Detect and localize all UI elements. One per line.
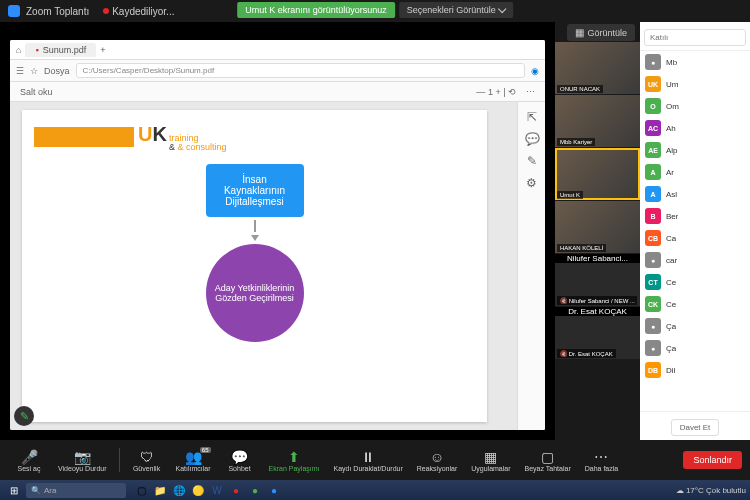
whiteboard-button[interactable]: ▢Beyaz Tahtalar xyxy=(519,447,577,474)
settings-icon[interactable]: ⚙ xyxy=(525,176,539,190)
apps-icon: ▦ xyxy=(484,449,497,465)
recording-indicator[interactable]: Kaydediliyor... xyxy=(103,6,174,17)
video-tile[interactable]: Nilufer Sabanci...🔇 Nilufer Sabanci / NE… xyxy=(555,254,640,306)
participant-item[interactable]: ACAh xyxy=(640,117,750,139)
participant-item[interactable]: ●car xyxy=(640,249,750,271)
taskbar-search[interactable]: 🔍 Ara xyxy=(26,483,126,498)
avatar: O xyxy=(645,98,661,114)
annotate-button[interactable]: ✎ xyxy=(14,406,34,426)
zoom-controls-toolbar: 🎤Sesi aç 📷Videoyu Durdur 🛡Güvenlik 65👥Ka… xyxy=(0,440,750,480)
people-icon: 👥 xyxy=(185,449,202,465)
avatar: A xyxy=(645,164,661,180)
pdf-titlebar: ⌂ ▪ Sunum.pdf + xyxy=(10,40,545,60)
chat-icon: 💬 xyxy=(231,449,248,465)
edge-icon[interactable]: 🌐 xyxy=(170,482,188,498)
whiteboard-icon: ▢ xyxy=(541,449,554,465)
edit-icon[interactable]: ✎ xyxy=(525,154,539,168)
more-icon[interactable]: ⋯ xyxy=(526,87,535,97)
more-button[interactable]: ⋯Daha fazla xyxy=(579,447,624,474)
zoom-taskbar-icon[interactable]: ● xyxy=(265,482,283,498)
window-title: Zoom Toplantı xyxy=(26,6,89,17)
video-tile[interactable]: Mbb Kariyer xyxy=(555,95,640,147)
taskbar-apps: ▢ 📁 🌐 🟡 W ● ● ● xyxy=(132,482,283,498)
star-icon[interactable]: ☆ xyxy=(30,66,38,76)
start-button[interactable]: ⊞ xyxy=(4,482,24,498)
grid-icon: ▦ xyxy=(575,27,584,38)
slide-page: UK training & & consulting İnsan Kaynakl… xyxy=(22,110,487,422)
participant-item[interactable]: ●Mb xyxy=(640,51,750,73)
participant-item[interactable]: AAsl xyxy=(640,183,750,205)
share-screen-button[interactable]: ⬆Ekran Paylaşımı xyxy=(263,447,326,474)
explorer-icon[interactable]: 📁 xyxy=(151,482,169,498)
video-tile[interactable]: Umut K xyxy=(555,148,640,200)
participant-item[interactable]: OOm xyxy=(640,95,750,117)
zoom-logo-icon xyxy=(8,5,20,17)
word-icon[interactable]: W xyxy=(208,482,226,498)
camera-icon: 📷 xyxy=(74,449,91,465)
avatar: UK xyxy=(645,76,661,92)
export-icon[interactable]: ⇱ xyxy=(525,110,539,124)
shield-icon: 🛡 xyxy=(140,449,154,465)
avatar: ● xyxy=(645,252,661,268)
participant-item[interactable]: AEAlp xyxy=(640,139,750,161)
participant-item[interactable]: UKUm xyxy=(640,73,750,95)
record-button[interactable]: ⏸Kaydı Duraklat/Durdur xyxy=(328,447,409,474)
participant-item[interactable]: CTCe xyxy=(640,271,750,293)
pdf-addressbar: ☰ ☆ Dosya C:/Users/Casper/Desktop/Sunum.… xyxy=(10,60,545,82)
pdf-file-icon: ▪ xyxy=(35,45,38,55)
slide-box-1: İnsan Kaynaklarının Dijitalleşmesi xyxy=(206,164,304,217)
participant-item[interactable]: CBCa xyxy=(640,227,750,249)
avatar: AC xyxy=(645,120,661,136)
screen-share-banner: Umut K ekranını görüntülüyorsunuz xyxy=(237,2,395,18)
audio-button[interactable]: 🎤Sesi aç xyxy=(8,447,50,474)
pdf-tab[interactable]: ▪ Sunum.pdf xyxy=(25,43,96,57)
slide-accent-bar xyxy=(34,127,134,147)
participants-button[interactable]: 65👥Katılımcılar xyxy=(170,447,217,474)
new-tab-button[interactable]: + xyxy=(100,45,105,55)
participant-item[interactable]: ●Ça xyxy=(640,315,750,337)
mic-muted-icon: 🎤 xyxy=(21,449,38,465)
participant-item[interactable]: CKCe xyxy=(640,293,750,315)
participant-search-input[interactable] xyxy=(644,29,746,46)
comment-icon[interactable]: 💬 xyxy=(525,132,539,146)
video-tile[interactable]: HAKAN KÖLELİ xyxy=(555,201,640,253)
file-menu[interactable]: Dosya xyxy=(44,66,70,76)
participant-item[interactable]: AAr xyxy=(640,161,750,183)
app-icon[interactable]: ● xyxy=(246,482,264,498)
arrow-down-icon xyxy=(251,235,259,241)
video-gallery: ONUR NACAKMbb KariyerUmut KHAKAN KÖLELİN… xyxy=(555,22,640,440)
video-tile[interactable]: Dr. Esat KOÇAK🔇 Dr. Esat KOÇAK xyxy=(555,307,640,359)
avatar: CB xyxy=(645,230,661,246)
menu-icon[interactable]: ☰ xyxy=(16,66,24,76)
windows-taskbar[interactable]: ⊞ 🔍 Ara ▢ 📁 🌐 🟡 W ● ● ● ☁ 17°C Çok bulut… xyxy=(0,480,750,500)
avatar: DB xyxy=(645,362,661,378)
task-view-icon[interactable]: ▢ xyxy=(132,482,150,498)
security-button[interactable]: 🛡Güvenlik xyxy=(126,447,168,474)
chrome-icon[interactable]: 🟡 xyxy=(189,482,207,498)
participants-list[interactable]: ●MbUKUmOOmACAhAEAlpAArAAslBBerCBCa●carCT… xyxy=(640,51,750,411)
app-icon[interactable]: ● xyxy=(227,482,245,498)
apps-button[interactable]: ▦Uygulamalar xyxy=(465,447,516,474)
video-button[interactable]: 📷Videoyu Durdur xyxy=(52,447,113,474)
chat-button[interactable]: 💬Sohbet xyxy=(219,447,261,474)
participant-item[interactable]: BBer xyxy=(640,205,750,227)
pause-icon: ⏸ xyxy=(361,449,375,465)
shared-screen-area: ⌂ ▪ Sunum.pdf + ☰ ☆ Dosya C:/Users/Caspe… xyxy=(0,22,555,440)
invite-button[interactable]: Davet Et xyxy=(671,419,720,436)
weather-widget[interactable]: ☁ 17°C Çok bulutlu xyxy=(676,486,746,495)
home-icon[interactable]: ⌂ xyxy=(16,45,21,55)
share-options-button[interactable]: Seçenekleri Görüntüle xyxy=(399,2,513,18)
participant-item[interactable]: DBDil xyxy=(640,359,750,381)
participant-item[interactable]: ●Ça xyxy=(640,337,750,359)
chevron-down-icon xyxy=(498,4,506,12)
reactions-button[interactable]: ☺Reaksiyonlar xyxy=(411,447,463,474)
search-icon: 🔍 xyxy=(31,486,41,495)
edge-icon[interactable]: ◉ xyxy=(531,66,539,76)
avatar: CT xyxy=(645,274,661,290)
video-tile[interactable]: ONUR NACAK xyxy=(555,42,640,94)
path-field[interactable]: C:/Users/Casper/Desktop/Sunum.pdf xyxy=(76,63,525,78)
pdf-viewer-window: ⌂ ▪ Sunum.pdf + ☰ ☆ Dosya C:/Users/Caspe… xyxy=(10,40,545,430)
end-meeting-button[interactable]: Sonlandır xyxy=(683,451,742,469)
uk-logo: UK training & & consulting xyxy=(138,123,226,152)
view-button[interactable]: ▦ Görüntüle xyxy=(567,24,635,41)
